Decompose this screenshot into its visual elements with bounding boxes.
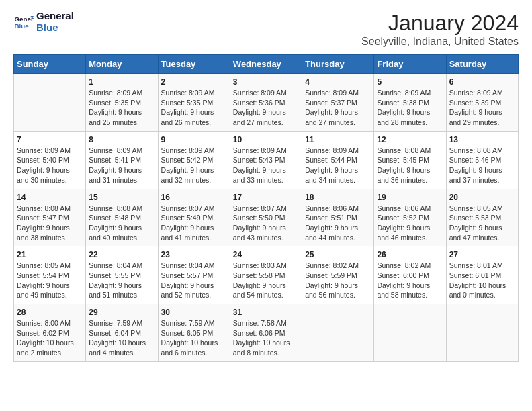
day-info: Sunrise: 8:09 AM Sunset: 5:35 PM Dayligh… bbox=[89, 88, 154, 128]
day-info: Sunrise: 8:09 AM Sunset: 5:43 PM Dayligh… bbox=[233, 146, 299, 185]
calendar-cell: 1Sunrise: 8:09 AM Sunset: 5:35 PM Daylig… bbox=[86, 74, 158, 132]
column-header-row: SundayMondayTuesdayWednesdayThursdayFrid… bbox=[14, 55, 519, 74]
calendar-cell: 21Sunrise: 8:05 AM Sunset: 5:54 PM Dayli… bbox=[14, 246, 86, 304]
col-header-friday: Friday bbox=[374, 55, 446, 74]
calendar-cell: 7Sunrise: 8:09 AM Sunset: 5:40 PM Daylig… bbox=[14, 131, 86, 189]
day-number: 30 bbox=[161, 308, 227, 317]
calendar-cell: 25Sunrise: 8:02 AM Sunset: 5:59 PM Dayli… bbox=[302, 246, 374, 304]
calendar-cell bbox=[374, 304, 446, 362]
day-info: Sunrise: 7:59 AM Sunset: 6:05 PM Dayligh… bbox=[161, 318, 227, 358]
day-number: 21 bbox=[17, 250, 83, 259]
day-info: Sunrise: 8:09 AM Sunset: 5:44 PM Dayligh… bbox=[305, 146, 371, 185]
calendar-cell: 11Sunrise: 8:09 AM Sunset: 5:44 PM Dayli… bbox=[302, 131, 374, 189]
col-header-tuesday: Tuesday bbox=[158, 55, 230, 74]
day-number: 22 bbox=[89, 250, 154, 259]
day-number: 3 bbox=[233, 77, 299, 87]
week-row-1: 1Sunrise: 8:09 AM Sunset: 5:35 PM Daylig… bbox=[14, 74, 519, 132]
day-info: Sunrise: 8:05 AM Sunset: 5:54 PM Dayligh… bbox=[17, 261, 83, 300]
calendar-cell: 5Sunrise: 8:09 AM Sunset: 5:38 PM Daylig… bbox=[374, 74, 446, 132]
day-number: 23 bbox=[161, 250, 227, 259]
svg-text:Blue: Blue bbox=[15, 22, 30, 30]
calendar-cell: 22Sunrise: 8:04 AM Sunset: 5:55 PM Dayli… bbox=[86, 246, 158, 304]
logo-icon: General Blue bbox=[13, 12, 34, 32]
day-info: Sunrise: 8:08 AM Sunset: 5:46 PM Dayligh… bbox=[449, 146, 515, 185]
calendar-cell: 2Sunrise: 8:09 AM Sunset: 5:35 PM Daylig… bbox=[158, 74, 230, 132]
day-info: Sunrise: 8:09 AM Sunset: 5:36 PM Dayligh… bbox=[233, 88, 299, 128]
day-number: 18 bbox=[305, 193, 371, 202]
day-number: 15 bbox=[89, 193, 154, 202]
page-subtitle: Seelyville, Indiana, United States bbox=[361, 36, 519, 48]
day-number: 25 bbox=[305, 250, 371, 259]
col-header-thursday: Thursday bbox=[302, 55, 374, 74]
calendar-cell: 29Sunrise: 7:59 AM Sunset: 6:04 PM Dayli… bbox=[86, 304, 158, 362]
week-row-4: 21Sunrise: 8:05 AM Sunset: 5:54 PM Dayli… bbox=[14, 246, 519, 304]
day-info: Sunrise: 8:06 AM Sunset: 5:51 PM Dayligh… bbox=[305, 203, 371, 243]
day-info: Sunrise: 8:04 AM Sunset: 5:57 PM Dayligh… bbox=[161, 261, 227, 300]
day-number: 4 bbox=[305, 77, 371, 87]
day-number: 13 bbox=[449, 135, 515, 144]
calendar-cell: 6Sunrise: 8:09 AM Sunset: 5:39 PM Daylig… bbox=[446, 74, 518, 132]
logo-blue: Blue bbox=[36, 22, 74, 34]
day-info: Sunrise: 8:07 AM Sunset: 5:49 PM Dayligh… bbox=[161, 203, 227, 243]
day-number: 17 bbox=[233, 193, 299, 202]
calendar-cell: 28Sunrise: 8:00 AM Sunset: 6:02 PM Dayli… bbox=[14, 304, 86, 362]
day-number: 6 bbox=[449, 77, 515, 87]
page-title: January 2024 bbox=[361, 11, 519, 36]
day-info: Sunrise: 8:08 AM Sunset: 5:45 PM Dayligh… bbox=[377, 146, 443, 185]
logo-general: General bbox=[36, 11, 74, 22]
col-header-wednesday: Wednesday bbox=[230, 55, 302, 74]
calendar-cell: 30Sunrise: 7:59 AM Sunset: 6:05 PM Dayli… bbox=[158, 304, 230, 362]
calendar-cell: 20Sunrise: 8:05 AM Sunset: 5:53 PM Dayli… bbox=[446, 189, 518, 246]
calendar-cell: 24Sunrise: 8:03 AM Sunset: 5:58 PM Dayli… bbox=[230, 246, 302, 304]
day-info: Sunrise: 8:04 AM Sunset: 5:55 PM Dayligh… bbox=[89, 261, 154, 300]
calendar-cell: 17Sunrise: 8:07 AM Sunset: 5:50 PM Dayli… bbox=[230, 189, 302, 246]
day-info: Sunrise: 8:02 AM Sunset: 6:00 PM Dayligh… bbox=[377, 261, 443, 300]
header: General Blue General Blue January 2024 S… bbox=[13, 11, 519, 48]
day-info: Sunrise: 8:08 AM Sunset: 5:47 PM Dayligh… bbox=[17, 203, 83, 243]
calendar-cell: 27Sunrise: 8:01 AM Sunset: 6:01 PM Dayli… bbox=[446, 246, 518, 304]
title-area: January 2024 Seelyville, Indiana, United… bbox=[361, 11, 519, 48]
calendar-cell: 26Sunrise: 8:02 AM Sunset: 6:00 PM Dayli… bbox=[374, 246, 446, 304]
calendar-cell: 12Sunrise: 8:08 AM Sunset: 5:45 PM Dayli… bbox=[374, 131, 446, 189]
col-header-saturday: Saturday bbox=[446, 55, 518, 74]
day-info: Sunrise: 8:09 AM Sunset: 5:38 PM Dayligh… bbox=[377, 88, 443, 128]
day-info: Sunrise: 8:09 AM Sunset: 5:37 PM Dayligh… bbox=[305, 88, 371, 128]
day-info: Sunrise: 8:01 AM Sunset: 6:01 PM Dayligh… bbox=[449, 261, 515, 300]
calendar-cell bbox=[302, 304, 374, 362]
calendar-cell: 13Sunrise: 8:08 AM Sunset: 5:46 PM Dayli… bbox=[446, 131, 518, 189]
day-number: 2 bbox=[161, 77, 227, 87]
calendar-cell: 10Sunrise: 8:09 AM Sunset: 5:43 PM Dayli… bbox=[230, 131, 302, 189]
day-number: 1 bbox=[89, 77, 154, 87]
calendar-cell: 9Sunrise: 8:09 AM Sunset: 5:42 PM Daylig… bbox=[158, 131, 230, 189]
calendar-cell: 16Sunrise: 8:07 AM Sunset: 5:49 PM Dayli… bbox=[158, 189, 230, 246]
day-info: Sunrise: 7:59 AM Sunset: 6:04 PM Dayligh… bbox=[89, 318, 154, 358]
day-number: 5 bbox=[377, 77, 443, 87]
day-info: Sunrise: 7:58 AM Sunset: 6:06 PM Dayligh… bbox=[233, 318, 299, 358]
day-number: 28 bbox=[17, 308, 83, 317]
week-row-3: 14Sunrise: 8:08 AM Sunset: 5:47 PM Dayli… bbox=[14, 189, 519, 246]
day-number: 10 bbox=[233, 135, 299, 144]
day-info: Sunrise: 8:00 AM Sunset: 6:02 PM Dayligh… bbox=[17, 318, 83, 358]
calendar-cell: 23Sunrise: 8:04 AM Sunset: 5:57 PM Dayli… bbox=[158, 246, 230, 304]
day-info: Sunrise: 8:09 AM Sunset: 5:41 PM Dayligh… bbox=[89, 146, 154, 185]
day-number: 19 bbox=[377, 193, 443, 202]
week-row-2: 7Sunrise: 8:09 AM Sunset: 5:40 PM Daylig… bbox=[14, 131, 519, 189]
day-info: Sunrise: 8:02 AM Sunset: 5:59 PM Dayligh… bbox=[305, 261, 371, 300]
calendar-cell: 15Sunrise: 8:08 AM Sunset: 5:48 PM Dayli… bbox=[86, 189, 158, 246]
day-number: 8 bbox=[89, 135, 154, 144]
calendar-cell: 31Sunrise: 7:58 AM Sunset: 6:06 PM Dayli… bbox=[230, 304, 302, 362]
calendar-cell: 8Sunrise: 8:09 AM Sunset: 5:41 PM Daylig… bbox=[86, 131, 158, 189]
col-header-sunday: Sunday bbox=[14, 55, 86, 74]
calendar-body: 1Sunrise: 8:09 AM Sunset: 5:35 PM Daylig… bbox=[14, 74, 519, 362]
calendar-cell bbox=[14, 74, 86, 132]
day-number: 7 bbox=[17, 135, 83, 144]
day-number: 12 bbox=[377, 135, 443, 144]
day-number: 31 bbox=[233, 308, 299, 317]
calendar-cell: 4Sunrise: 8:09 AM Sunset: 5:37 PM Daylig… bbox=[302, 74, 374, 132]
week-row-5: 28Sunrise: 8:00 AM Sunset: 6:02 PM Dayli… bbox=[14, 304, 519, 362]
calendar-cell: 14Sunrise: 8:08 AM Sunset: 5:47 PM Dayli… bbox=[14, 189, 86, 246]
col-header-monday: Monday bbox=[86, 55, 158, 74]
day-number: 9 bbox=[161, 135, 227, 144]
day-info: Sunrise: 8:09 AM Sunset: 5:39 PM Dayligh… bbox=[449, 88, 515, 128]
day-info: Sunrise: 8:05 AM Sunset: 5:53 PM Dayligh… bbox=[449, 203, 515, 243]
